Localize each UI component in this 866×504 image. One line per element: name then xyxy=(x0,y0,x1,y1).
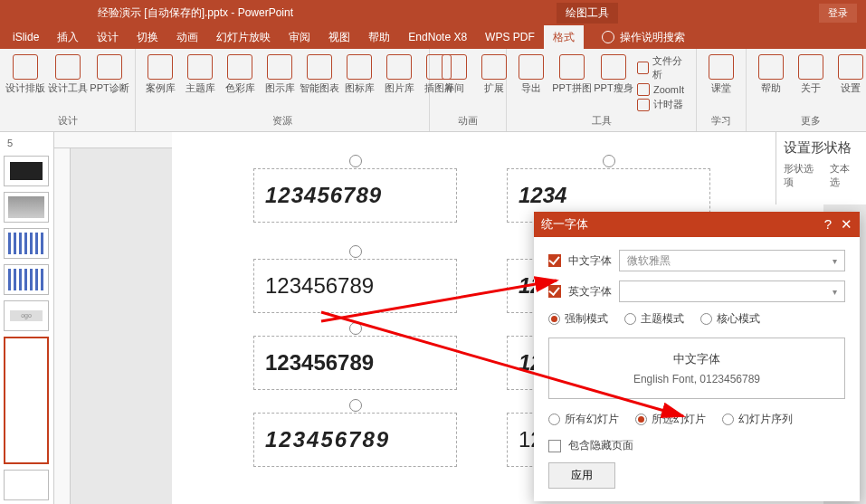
group-label: 工具 xyxy=(514,112,689,129)
ribbon-group-anim: 补间 扩展 动画 xyxy=(430,49,507,131)
btn-timer[interactable]: 计时器 xyxy=(637,98,689,111)
btn-theme-lib[interactable]: 主题库 xyxy=(183,54,217,95)
preview-cn: 中文字体 xyxy=(562,351,832,367)
radio-selected-slides[interactable]: 所选幻灯片 xyxy=(635,412,706,427)
tab-review[interactable]: 审阅 xyxy=(280,25,319,50)
tween-icon xyxy=(442,54,467,80)
case-icon xyxy=(148,54,173,80)
panel-tab-text[interactable]: 文本选 xyxy=(830,162,859,189)
radio-icon xyxy=(635,414,647,425)
iconlib-icon xyxy=(347,54,372,80)
rotate-handle-icon[interactable] xyxy=(349,155,362,167)
group-label: 动画 xyxy=(437,112,499,129)
rotate-handle-icon[interactable] xyxy=(349,322,362,335)
btn-design-tools[interactable]: 设计工具 xyxy=(50,54,87,95)
btn-ppt-collage[interactable]: PPT拼图 xyxy=(554,54,590,95)
thumb-4[interactable] xyxy=(4,264,49,295)
tab-animation[interactable]: 动画 xyxy=(167,25,207,50)
extend-icon xyxy=(481,54,507,80)
btn-help[interactable]: 帮助 xyxy=(754,54,788,95)
file-icon xyxy=(637,62,649,74)
ribbon: 设计排版 设计工具 PPT诊断 设计 案例库 主题库 色彩库 图示库 智能图表 … xyxy=(0,49,866,132)
tab-format[interactable]: 格式 xyxy=(544,25,584,50)
ribbon-group-more: 帮助 关于 设置 更多 xyxy=(747,49,866,131)
thumb-2[interactable] xyxy=(4,192,49,223)
radio-icon xyxy=(700,313,712,325)
tab-slideshow[interactable]: 幻灯片放映 xyxy=(207,25,280,50)
radio-core-mode[interactable]: 核心模式 xyxy=(700,311,760,327)
export-icon xyxy=(519,54,544,80)
tab-insert[interactable]: 插入 xyxy=(48,25,88,50)
btn-color-lib[interactable]: 色彩库 xyxy=(223,54,257,95)
select-en-font[interactable]: ▾ xyxy=(619,281,845,302)
btn-icon-lib[interactable]: 图标库 xyxy=(342,54,376,95)
thumb-7[interactable] xyxy=(4,470,49,500)
btn-settings[interactable]: 设置 xyxy=(833,54,866,95)
close-icon[interactable]: ✕ xyxy=(841,216,852,233)
unify-font-dialog: 统一字体 ? ✕ 中文字体 微软雅黑▾ 英文字体 ▾ 强制模式 主题模式 核心模… xyxy=(534,212,860,501)
textbox-a3[interactable]: 123456789 xyxy=(253,336,457,390)
rotate-handle-icon[interactable] xyxy=(349,399,362,412)
textbox-a4[interactable]: 123456789 xyxy=(253,413,457,467)
tab-islide[interactable]: iSlide xyxy=(4,26,48,48)
dialog-body: 中文字体 微软雅黑▾ 英文字体 ▾ 强制模式 主题模式 核心模式 中文字体 En… xyxy=(534,237,860,501)
tab-design[interactable]: 设计 xyxy=(88,25,128,50)
dialog-titlebar[interactable]: 统一字体 ? ✕ xyxy=(534,212,860,237)
btn-ppt-slim[interactable]: PPT瘦身 xyxy=(595,54,632,95)
btn-case-lib[interactable]: 案例库 xyxy=(143,54,177,95)
radio-force-mode[interactable]: 强制模式 xyxy=(548,311,608,327)
collage-icon xyxy=(559,54,585,80)
tell-me-search[interactable]: 操作说明搜索 xyxy=(602,30,685,45)
panel-tab-shape[interactable]: 形状选项 xyxy=(784,162,823,189)
btn-diagram-lib[interactable]: 图示库 xyxy=(262,54,297,95)
btn-ppt-diag[interactable]: PPT诊断 xyxy=(91,54,128,95)
gear-icon xyxy=(838,54,863,80)
about-icon xyxy=(798,54,823,80)
thumb-5[interactable]: ogo xyxy=(4,300,49,331)
tab-transition[interactable]: 切换 xyxy=(128,25,167,50)
slide-panel[interactable]: 5 ogo xyxy=(0,132,54,504)
tab-wpspdf[interactable]: WPS PDF xyxy=(476,26,544,48)
btn-classroom[interactable]: 课堂 xyxy=(704,54,738,95)
btn-tween[interactable]: 补间 xyxy=(437,54,471,95)
help-icon[interactable]: ? xyxy=(824,216,832,233)
context-tab-label[interactable]: 绘图工具 xyxy=(557,3,618,24)
tab-help[interactable]: 帮助 xyxy=(359,25,399,50)
radio-icon xyxy=(722,414,734,425)
thumb-6-selected[interactable] xyxy=(4,337,49,464)
btn-zoomit[interactable]: ZoomIt xyxy=(637,83,689,96)
btn-design-layout[interactable]: 设计排版 xyxy=(7,54,44,95)
rotate-handle-icon[interactable] xyxy=(349,245,362,258)
thumb-3[interactable] xyxy=(4,228,49,259)
textbox-a1[interactable]: 123456789 xyxy=(253,168,457,223)
tab-view[interactable]: 视图 xyxy=(319,25,359,50)
login-button[interactable]: 登录 xyxy=(819,4,857,23)
btn-about[interactable]: 关于 xyxy=(794,54,828,95)
select-cn-font[interactable]: 微软雅黑▾ xyxy=(619,250,845,271)
rotate-handle-icon[interactable] xyxy=(603,155,615,167)
radio-icon xyxy=(548,414,560,425)
radio-slide-sequence[interactable]: 幻灯片序列 xyxy=(722,412,793,427)
group-label: 资源 xyxy=(143,112,422,129)
btn-smart-chart[interactable]: 智能图表 xyxy=(302,54,337,95)
btn-image-lib[interactable]: 图片库 xyxy=(382,54,416,95)
image-icon xyxy=(386,54,412,80)
apply-button[interactable]: 应用 xyxy=(548,462,615,489)
format-shape-panel: 设置形状格 形状选项 文本选 xyxy=(776,132,866,204)
checkbox-hidden-pages[interactable] xyxy=(548,440,561,452)
window-title: 经验演示 [自动保存的].pptx - PowerPoint xyxy=(98,5,293,21)
preview-en: English Font, 0123456789 xyxy=(562,373,832,385)
chevron-down-icon: ▾ xyxy=(833,256,837,266)
theme-icon xyxy=(187,54,213,80)
radio-all-slides[interactable]: 所有幻灯片 xyxy=(548,412,619,427)
checkbox-cn-font[interactable] xyxy=(548,254,561,267)
tab-endnote[interactable]: EndNote X8 xyxy=(399,26,476,48)
ribbon-group-design: 设计排版 设计工具 PPT诊断 设计 xyxy=(0,49,136,131)
label-cn-font: 中文字体 xyxy=(568,253,612,269)
btn-export[interactable]: 导出 xyxy=(514,54,548,95)
checkbox-en-font[interactable] xyxy=(548,285,561,298)
thumb-1[interactable] xyxy=(4,156,49,186)
textbox-a2[interactable]: 123456789 xyxy=(253,259,457,313)
btn-file-analysis[interactable]: 文件分析 xyxy=(637,54,689,81)
radio-theme-mode[interactable]: 主题模式 xyxy=(624,311,684,327)
